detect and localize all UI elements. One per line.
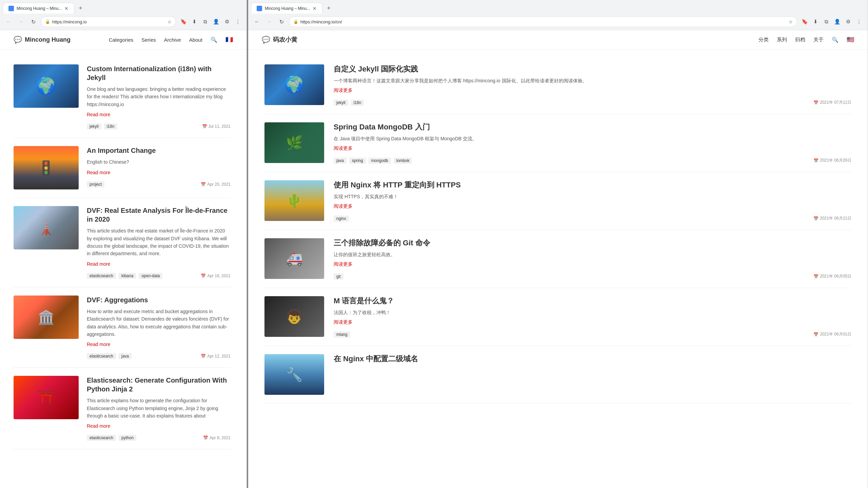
right-active-tab[interactable]: Mincong Huang – Minu... ✕ (251, 3, 322, 14)
left-date-text-3: Apr 12, 2021 (207, 354, 231, 359)
left-date-text-4: Apr 8, 2021 (210, 435, 231, 440)
left-tag-3-0[interactable]: elasticsearch (87, 353, 116, 359)
right-nav-archive[interactable]: 归档 (795, 37, 805, 43)
right-url-star-icon[interactable]: ☆ (789, 19, 793, 24)
left-bookmark-icon[interactable]: 🔖 (179, 17, 188, 26)
left-flag-icon[interactable]: 🇫🇷 (225, 36, 233, 43)
right-download-icon[interactable]: ⬇ (811, 17, 820, 26)
left-date-text-0: Jul 11, 2021 (209, 124, 231, 129)
left-post-date-2: 📅 Apr 16, 2021 (201, 273, 231, 278)
right-bookmark-icon[interactable]: 🔖 (800, 17, 809, 26)
left-post-excerpt-0: One blog and two languages: bringing a b… (87, 85, 231, 108)
right-forward-button[interactable]: → (264, 17, 274, 26)
right-tab-title: Mincong Huang – Minu... (265, 6, 310, 11)
right-flag-icon[interactable]: 🇺🇸 (847, 36, 854, 43)
left-download-icon[interactable]: ⬇ (190, 17, 199, 26)
right-post-card-5: 在 Nginx 中配置二级域名 (264, 346, 851, 403)
left-post-tags-0: jekyll i18n (87, 123, 117, 129)
right-read-more-0[interactable]: 阅读更多 (334, 87, 353, 94)
right-menu-icon[interactable]: ⋮ (854, 17, 864, 26)
left-post-image-0 (14, 64, 79, 108)
left-active-tab[interactable]: Mincong Huang – Minu... ✕ (3, 3, 74, 14)
left-read-more-4[interactable]: Read more (87, 423, 110, 429)
left-tag-2-2[interactable]: open-data (139, 273, 162, 279)
right-tag-3-0[interactable]: git (334, 273, 343, 280)
right-post-date-3: 📅 2021年 06月05日 (813, 273, 851, 279)
right-read-more-4[interactable]: 阅读更多 (334, 319, 353, 325)
left-read-more-1[interactable]: Read more (87, 170, 110, 175)
right-post-tags-2: nginx (334, 216, 349, 222)
right-post-image-3 (264, 238, 324, 279)
left-menu-icon[interactable]: ⋮ (233, 17, 242, 26)
left-date-icon-3: 📅 (201, 354, 206, 359)
right-nav-categories[interactable]: 分类 (758, 37, 769, 43)
right-date-text-4: 2021年 06月01日 (820, 331, 851, 337)
right-nav-series[interactable]: 系列 (777, 37, 787, 43)
left-tab-icon[interactable]: ⧉ (200, 17, 210, 26)
right-tag-1-2[interactable]: mongodb (369, 158, 391, 164)
left-nav-categories[interactable]: Categories (109, 37, 134, 43)
left-tab-favicon (8, 6, 14, 11)
right-post-title-0: 自定义 Jekyll 国际化实践 (334, 64, 851, 74)
left-tag-4-1[interactable]: python (119, 435, 136, 441)
left-back-button[interactable]: ← (4, 17, 14, 26)
left-read-more-0[interactable]: Read more (87, 112, 110, 117)
right-tag-1-1[interactable]: spring (349, 158, 366, 164)
left-post-image-1 (14, 146, 79, 189)
right-tag-2-0[interactable]: nginx (334, 216, 349, 222)
left-post-image-2 (14, 206, 79, 249)
left-nav-series[interactable]: Series (141, 37, 156, 43)
left-browser-chrome: Mincong Huang – Minu... ✕ + ← → ↻ 🔒 http… (0, 0, 246, 30)
left-read-more-3[interactable]: Read more (87, 342, 110, 347)
left-tag-0-1[interactable]: i18n (104, 123, 117, 129)
left-url-bar[interactable]: 🔒 https://mincong.io ☆ (41, 16, 176, 27)
right-post-image-5 (264, 354, 324, 395)
right-read-more-3[interactable]: 阅读更多 (334, 261, 353, 267)
right-site-nav: 💬 码农小黄 分类 系列 归档 关于 🔍 🇺🇸 (248, 30, 868, 49)
left-search-icon[interactable]: 🔍 (211, 37, 217, 43)
right-read-more-2[interactable]: 阅读更多 (334, 203, 353, 209)
right-post-image-2 (264, 180, 324, 221)
right-reload-button[interactable]: ↻ (277, 17, 286, 26)
right-tag-4-0[interactable]: mlang (334, 331, 350, 338)
right-tag-1-0[interactable]: java (334, 158, 347, 164)
right-tab-close[interactable]: ✕ (313, 6, 317, 11)
left-tag-4-0[interactable]: elasticsearch (87, 435, 116, 441)
left-post-date-3: 📅 Apr 12, 2021 (201, 354, 231, 359)
left-profile-icon[interactable]: 👤 (211, 17, 221, 26)
right-back-button[interactable]: ← (252, 17, 262, 26)
left-tab-close[interactable]: ✕ (64, 6, 68, 11)
right-site-logo: 💬 码农小黄 (262, 36, 297, 44)
left-nav-about[interactable]: About (189, 37, 202, 43)
right-profile-icon[interactable]: 👤 (832, 17, 842, 26)
left-new-tab-button[interactable]: + (76, 3, 85, 13)
right-post-date-0: 📅 2021年 07月11日 (813, 100, 851, 105)
right-tag-0-1[interactable]: i18n (351, 100, 364, 106)
left-reload-button[interactable]: ↻ (28, 17, 38, 26)
left-tag-2-0[interactable]: elasticsearch (87, 273, 116, 279)
left-post-tags-2: elasticsearch kibana open-data (87, 273, 162, 279)
right-search-icon[interactable]: 🔍 (832, 37, 839, 43)
right-tag-1-3[interactable]: lombok (394, 158, 412, 164)
right-nav-about[interactable]: 关于 (813, 37, 824, 43)
right-blog-content: 自定义 Jekyll 国际化实践 一个博客两种语言！这篇文章跟大家分享我是如何把… (248, 49, 868, 410)
right-url-bar[interactable]: 🔒 https://mincong.io/cn/ ☆ (289, 16, 797, 27)
left-url-star-icon[interactable]: ☆ (167, 19, 172, 24)
right-post-title-4: M 语言是什么鬼？ (334, 296, 851, 306)
left-tag-1-0[interactable]: project (87, 181, 104, 187)
left-tag-0-0[interactable]: jekyll (87, 123, 101, 129)
right-read-more-1[interactable]: 阅读更多 (334, 145, 353, 151)
right-tab-icon[interactable]: ⧉ (822, 17, 831, 26)
left-forward-button[interactable]: → (16, 17, 26, 26)
left-read-more-2[interactable]: Read more (87, 261, 110, 267)
left-nav-archive[interactable]: Archive (164, 37, 181, 43)
left-tag-3-1[interactable]: java (119, 353, 132, 359)
left-extension-icon[interactable]: ⚙ (222, 17, 232, 26)
right-post-body-1: Spring Data MongoDB 入门 在 Java 项目中使用 Spri… (334, 122, 851, 164)
right-extension-icon[interactable]: ⚙ (843, 17, 853, 26)
right-new-tab-button[interactable]: + (324, 3, 333, 13)
left-date-icon-4: 📅 (203, 435, 208, 440)
right-post-card-3: 三个排除故障必备的 Git 命令 让你的值班之旅更轻松高效。 阅读更多 git … (264, 230, 851, 288)
left-tag-2-1[interactable]: kibana (119, 273, 136, 279)
right-tag-0-0[interactable]: jekyll (334, 100, 348, 106)
